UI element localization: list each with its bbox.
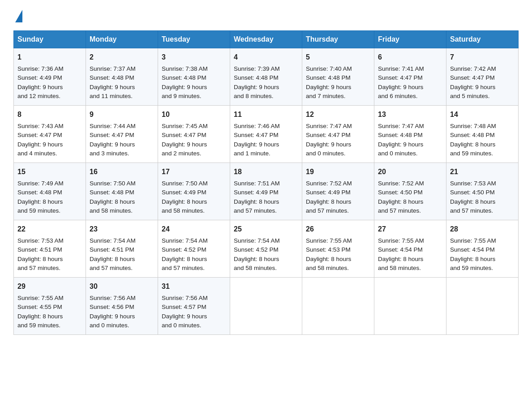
page-header (13, 9, 519, 21)
calendar-cell: 5Sunrise: 7:40 AMSunset: 4:48 PMDaylight… (302, 48, 374, 106)
calendar-cell: 19Sunrise: 7:52 AMSunset: 4:49 PMDayligh… (302, 163, 374, 220)
calendar-cell: 16Sunrise: 7:50 AMSunset: 4:48 PMDayligh… (86, 163, 158, 220)
calendar-cell: 17Sunrise: 7:50 AMSunset: 4:49 PMDayligh… (158, 163, 230, 220)
day-number: 1 (17, 52, 82, 63)
header-wednesday: Wednesday (230, 31, 302, 48)
calendar-cell: 1Sunrise: 7:36 AMSunset: 4:49 PMDaylight… (14, 48, 86, 106)
day-number: 15 (17, 167, 82, 177)
calendar-cell: 11Sunrise: 7:46 AMSunset: 4:47 PMDayligh… (230, 106, 302, 163)
day-number: 23 (90, 224, 154, 235)
calendar-cell: 29Sunrise: 7:55 AMSunset: 4:55 PMDayligh… (14, 278, 86, 335)
day-number: 11 (234, 109, 298, 120)
day-number: 5 (306, 52, 370, 63)
day-number: 10 (162, 109, 226, 120)
calendar-cell: 27Sunrise: 7:55 AMSunset: 4:54 PMDayligh… (374, 220, 446, 278)
calendar-week-row: 8Sunrise: 7:43 AMSunset: 4:47 PMDaylight… (14, 106, 519, 163)
calendar-cell: 14Sunrise: 7:48 AMSunset: 4:48 PMDayligh… (446, 106, 519, 163)
calendar-cell: 25Sunrise: 7:54 AMSunset: 4:52 PMDayligh… (230, 220, 302, 278)
calendar-week-row: 1Sunrise: 7:36 AMSunset: 4:49 PMDaylight… (14, 48, 519, 106)
calendar-cell: 26Sunrise: 7:55 AMSunset: 4:53 PMDayligh… (302, 220, 374, 278)
day-number: 16 (90, 167, 154, 177)
calendar-week-row: 22Sunrise: 7:53 AMSunset: 4:51 PMDayligh… (14, 220, 519, 278)
day-number: 8 (17, 109, 82, 120)
logo-triangle-icon (15, 10, 22, 22)
day-number: 9 (90, 109, 154, 120)
day-number: 22 (17, 224, 82, 235)
day-number: 14 (450, 109, 515, 120)
calendar-cell: 18Sunrise: 7:51 AMSunset: 4:49 PMDayligh… (230, 163, 302, 220)
day-number: 6 (378, 52, 442, 63)
day-number: 19 (306, 167, 370, 177)
header-sunday: Sunday (14, 31, 86, 48)
calendar-header-row: SundayMondayTuesdayWednesdayThursdayFrid… (14, 31, 519, 48)
logo (13, 9, 22, 21)
day-number: 13 (378, 109, 442, 120)
calendar-cell: 13Sunrise: 7:47 AMSunset: 4:48 PMDayligh… (374, 106, 446, 163)
day-number: 29 (17, 281, 82, 292)
calendar-cell: 22Sunrise: 7:53 AMSunset: 4:51 PMDayligh… (14, 220, 86, 278)
calendar-cell: 4Sunrise: 7:39 AMSunset: 4:48 PMDaylight… (230, 48, 302, 106)
calendar-table: SundayMondayTuesdayWednesdayThursdayFrid… (13, 30, 519, 335)
calendar-cell: 15Sunrise: 7:49 AMSunset: 4:48 PMDayligh… (14, 163, 86, 220)
calendar-cell: 30Sunrise: 7:56 AMSunset: 4:56 PMDayligh… (86, 278, 158, 335)
calendar-cell (230, 278, 302, 335)
day-number: 28 (450, 224, 515, 235)
day-number: 20 (378, 167, 442, 177)
day-number: 7 (450, 52, 515, 63)
calendar-cell: 6Sunrise: 7:41 AMSunset: 4:47 PMDaylight… (374, 48, 446, 106)
day-number: 2 (90, 52, 154, 63)
day-number: 25 (234, 224, 298, 235)
day-number: 18 (234, 167, 298, 177)
calendar-cell: 20Sunrise: 7:52 AMSunset: 4:50 PMDayligh… (374, 163, 446, 220)
calendar-week-row: 29Sunrise: 7:55 AMSunset: 4:55 PMDayligh… (14, 278, 519, 335)
calendar-cell (446, 278, 519, 335)
calendar-cell: 21Sunrise: 7:53 AMSunset: 4:50 PMDayligh… (446, 163, 519, 220)
calendar-cell: 3Sunrise: 7:38 AMSunset: 4:48 PMDaylight… (158, 48, 230, 106)
day-number: 17 (162, 167, 226, 177)
calendar-cell: 10Sunrise: 7:45 AMSunset: 4:47 PMDayligh… (158, 106, 230, 163)
calendar-cell: 8Sunrise: 7:43 AMSunset: 4:47 PMDaylight… (14, 106, 86, 163)
calendar-cell: 12Sunrise: 7:47 AMSunset: 4:47 PMDayligh… (302, 106, 374, 163)
day-number: 21 (450, 167, 515, 177)
calendar-cell: 23Sunrise: 7:54 AMSunset: 4:51 PMDayligh… (86, 220, 158, 278)
calendar-cell: 2Sunrise: 7:37 AMSunset: 4:48 PMDaylight… (86, 48, 158, 106)
calendar-cell (302, 278, 374, 335)
day-number: 30 (90, 281, 154, 292)
header-monday: Monday (86, 31, 158, 48)
day-number: 3 (162, 52, 226, 63)
day-number: 4 (234, 52, 298, 63)
calendar-week-row: 15Sunrise: 7:49 AMSunset: 4:48 PMDayligh… (14, 163, 519, 220)
header-thursday: Thursday (302, 31, 374, 48)
day-number: 31 (162, 281, 226, 292)
calendar-cell: 7Sunrise: 7:42 AMSunset: 4:47 PMDaylight… (446, 48, 519, 106)
day-number: 26 (306, 224, 370, 235)
calendar-cell: 24Sunrise: 7:54 AMSunset: 4:52 PMDayligh… (158, 220, 230, 278)
day-number: 27 (378, 224, 442, 235)
calendar-cell (374, 278, 446, 335)
header-saturday: Saturday (446, 31, 519, 48)
header-tuesday: Tuesday (158, 31, 230, 48)
header-friday: Friday (374, 31, 446, 48)
calendar-cell: 28Sunrise: 7:55 AMSunset: 4:54 PMDayligh… (446, 220, 519, 278)
day-number: 12 (306, 109, 370, 120)
calendar-cell: 9Sunrise: 7:44 AMSunset: 4:47 PMDaylight… (86, 106, 158, 163)
day-number: 24 (162, 224, 226, 235)
calendar-cell: 31Sunrise: 7:56 AMSunset: 4:57 PMDayligh… (158, 278, 230, 335)
